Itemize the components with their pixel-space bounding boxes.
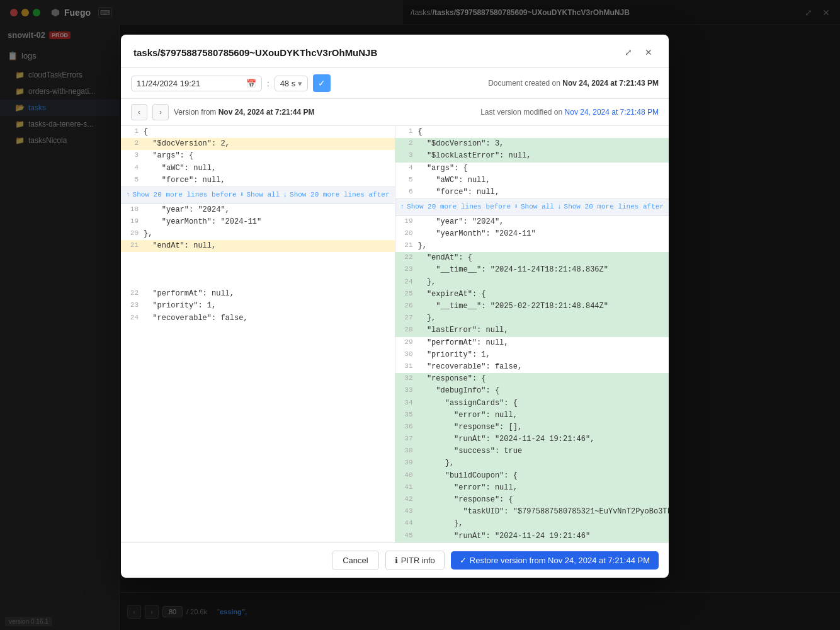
checkmark-icon: ✓ [460,556,467,565]
diff-line: 37 "runAt": "2024-11-24 19:21:46", [395,433,669,445]
modal-close-button[interactable]: ✕ [641,45,656,60]
show-after-button[interactable]: ↓ Show 20 more lines after [283,190,389,201]
diff-line: 34 "assignCards": { [395,398,669,410]
diff-line: 25 "expireAt": { [395,289,669,301]
diff-line: 19 "yearMonth": "2024-11" [121,216,395,228]
time-select-wrapper: 48 s ▾ [275,76,309,91]
diff-line: 22 "endAt": { [395,252,669,264]
diff-line: 36 "response": [], [395,421,669,433]
diff-line: 4 "args": { [395,163,669,175]
diff-pane-right: 1 { 2 "$docVersion": 3, 3 "$lockLastErro… [395,126,669,542]
diff-line: 45 "runAt": "2024-11-24 19:21:46" [395,530,669,542]
diff-line: 32 "response": { [395,373,669,385]
info-icon: ℹ [395,556,398,565]
pitr-info-button[interactable]: ℹ PITR info [385,551,445,570]
modal-header: tasks/$7975887580785609~UXouDYKThcV3rOhM… [121,35,669,68]
diff-line: 4 "aWC": null, [121,163,395,175]
restore-button[interactable]: ✓ Restore version from Nov 24, 2024 at 7… [451,551,659,570]
show-all-button-right[interactable]: ⬇ Show all [514,202,553,213]
diff-line: 23 "priority": 1, [121,300,395,312]
diff-line: 31 "recoverable": false, [395,361,669,373]
pitr-modal: tasks/$7975887580785609~UXouDYKThcV3rOhM… [121,35,669,578]
diff-container: 1 { 2 "$docVersion": 2, 3 "args": { 4 "a… [121,126,669,542]
diff-line: 40 "buildCoupon": { [395,470,669,482]
diff-spacer [121,252,395,264]
diff-line: 33 "debugInfo": { [395,385,669,397]
modal-header-icons: ⤢ ✕ [621,45,656,60]
diff-line: 19 "year": "2024", [395,216,669,228]
calendar-icon: 📅 [246,79,256,88]
show-more-before-bar[interactable]: ↑ Show 20 more lines before ⬇ Show all ↓… [121,186,395,204]
diff-line: 38 "success": true [395,445,669,457]
arrow-down-icon: ↓ [557,202,562,213]
diff-line: 5 "aWC": null, [395,175,669,186]
diff-line: 35 "error": null, [395,410,669,421]
doc-created-info: Document created on Nov 24, 2024 at 7:21… [488,79,659,88]
date-input-wrapper: 📅 [131,76,262,91]
version-modified-text: Last version modified on Nov 24, 2024 at… [480,108,659,117]
download-icon: ⬇ [240,190,244,201]
diff-line: 43 "taskUID": "$7975887580785321~EuYvNnT… [395,506,669,518]
modal-toolbar: 📅 : 48 s ▾ ✓ Document created on Nov 24,… [121,68,669,99]
diff-line: 39 }, [395,457,669,469]
arrow-up-icon: ↑ [400,202,405,213]
modal-footer: Cancel ℹ PITR info ✓ Restore version fro… [121,542,669,578]
last-modified-link[interactable]: Nov 24, 2024 at 7:21:48 PM [565,108,659,117]
diff-line: 1 { [121,126,395,138]
diff-line: 44 }, [395,518,669,530]
diff-line: 42 "response": { [395,494,669,506]
diff-line: 30 "priority": 1, [395,349,669,361]
show-before-button-right[interactable]: ↑ Show 20 more lines before [400,202,511,213]
diff-pane-left: 1 { 2 "$docVersion": 2, 3 "args": { 4 "a… [121,126,395,542]
diff-line: 2 "$docVersion": 2, [121,138,395,150]
colon-separator: : [267,79,270,88]
show-before-button[interactable]: ↑ Show 20 more lines before [126,190,237,201]
diff-line: 21 "endAt": null, [121,240,395,252]
diff-line: 1 { [395,126,669,138]
diff-line: 22 "performAt": null, [121,288,395,300]
diff-line: 24 }, [395,277,669,289]
diff-line: 20 }, [121,228,395,240]
diff-line: 6 "force": null, [395,186,669,198]
diff-line: 23 "__time__": "2024-11-24T18:21:48.836Z… [395,264,669,276]
diff-line: 5 "force": null, [121,175,395,186]
arrow-down-icon: ↓ [283,190,287,201]
diff-line: 21 }, [395,240,669,252]
prev-version-button[interactable]: ‹ [131,104,147,120]
diff-line: 2 "$docVersion": 3, [395,138,669,150]
date-input[interactable] [137,79,242,88]
diff-line: 28 "lastError": null, [395,324,669,336]
diff-line: 20 "yearMonth": "2024-11" [395,228,669,240]
show-all-button[interactable]: ⬇ Show all [240,190,280,201]
diff-line: 41 "error": null, [395,482,669,494]
diff-line: 24 "recoverable": false, [121,312,395,324]
diff-line: 26 "__time__": "2025-02-22T18:21:48.844Z… [395,301,669,312]
diff-line: 27 }, [395,312,669,324]
diff-spacer [121,264,395,276]
show-after-button-right[interactable]: ↓ Show 20 more lines after [557,202,664,213]
version-nav: ‹ › Version from Nov 24, 2024 at 7:21:44… [121,99,669,126]
diff-line: 18 "year": "2024", [121,204,395,216]
confirm-time-button[interactable]: ✓ [313,74,331,92]
next-version-button[interactable]: › [152,104,169,120]
time-value: 48 s [280,79,296,88]
diff-line: 3 "$lockLastError": null, [395,150,669,162]
arrow-up-icon: ↑ [126,190,130,201]
diff-line: 29 "performAt": null, [395,337,669,349]
download-icon: ⬇ [514,202,518,213]
cancel-button[interactable]: Cancel [332,551,378,570]
show-more-before-bar-right[interactable]: ↑ Show 20 more lines before ⬇ Show all ↓… [395,198,669,216]
diff-line: 3 "args": { [121,150,395,162]
modal-title: tasks/$7975887580785609~UXouDYKThcV3rOhM… [133,47,377,58]
diff-spacer [121,276,395,288]
chevron-down-icon: ▾ [298,79,302,88]
version-from-text: Version from Nov 24, 2024 at 7:21:44 PM [174,108,314,117]
modal-expand-button[interactable]: ⤢ [621,45,636,60]
